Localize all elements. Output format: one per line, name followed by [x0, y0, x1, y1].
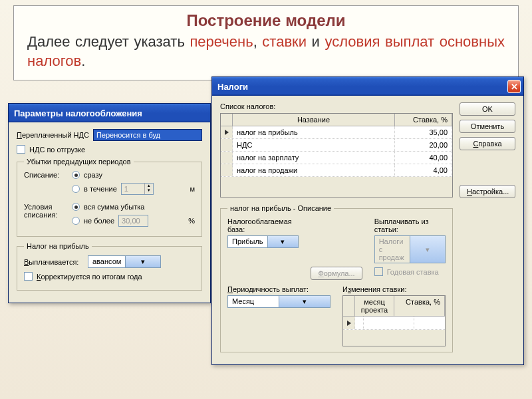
ok-button[interactable]: OK: [460, 102, 515, 116]
titlebar-text: Налоги: [217, 82, 248, 92]
table-row[interactable]: налог на прибыль 35,00: [221, 126, 452, 139]
label-writeoff: Списание:: [24, 171, 66, 199]
label-paystat: Выплачивать из статьи:: [374, 217, 446, 233]
window-tax-params: Параметры налогообложения Переплаченный …: [8, 103, 211, 303]
legend-losses: Убытки предыдущих периодов: [24, 158, 134, 166]
grid-rate-changes[interactable]: месяц проекта Ставка, %: [342, 295, 446, 346]
spin-duration[interactable]: ▲▼: [121, 183, 154, 195]
row-marker-icon: [347, 321, 351, 326]
grid-col-name: Название: [233, 114, 395, 126]
titlebar-tax-params[interactable]: Параметры налогообложения: [9, 104, 210, 122]
formula-button: Формула...: [311, 267, 362, 280]
grid-col-rate: Ставка, %: [395, 114, 452, 126]
chevron-down-icon[interactable]: ▾: [125, 256, 160, 267]
cancel-button[interactable]: Отменить: [460, 120, 515, 133]
combo-paystat: Налоги с продаж ▾: [374, 235, 446, 263]
label-annual-rate: Годовая ставка: [387, 268, 439, 276]
input-no-more[interactable]: [118, 215, 148, 227]
fieldset-description: налог на прибыль - Описание Налогооблага…: [220, 204, 453, 352]
label-over-time: в течение: [84, 185, 117, 193]
combo-base[interactable]: Прибыль ▾: [227, 235, 299, 248]
label-immediately: сразу: [84, 171, 102, 179]
unit-months: м: [190, 185, 195, 193]
table-row[interactable]: [343, 317, 445, 330]
label-full-amount: вся сумма убытка: [84, 203, 144, 211]
label-conditions: Условия списания:: [24, 203, 66, 231]
grid2-col-month: месяц проекта: [355, 296, 394, 316]
chevron-down-icon: ▾: [410, 236, 445, 263]
checkbox-annual-rate: [374, 267, 383, 276]
overpaid-vat-input[interactable]: [93, 129, 202, 141]
window-taxes: Налоги ✕ Список налогов: Название Ставка…: [211, 76, 524, 365]
header-title: Построение модели: [27, 11, 505, 30]
label-tax-list: Список налогов:: [220, 102, 453, 110]
label-overpaid-vat: Переплаченный НДС: [17, 131, 89, 139]
setup-button[interactable]: Настройка...: [460, 185, 515, 198]
label-adjusted: Корректируется по итогам года: [37, 273, 142, 281]
close-icon[interactable]: ✕: [507, 80, 521, 93]
combo-advance[interactable]: авансом ▾: [88, 255, 161, 268]
table-row[interactable]: НДС 20,00: [221, 139, 452, 152]
row-marker-icon: [225, 130, 229, 135]
label-base: Налогооблагаемая база:: [227, 217, 299, 233]
legend-description: налог на прибыль - Описание: [227, 204, 334, 212]
grid2-col-rate: Ставка, %: [394, 296, 445, 316]
label-no-more: не более: [84, 217, 114, 225]
titlebar-text: Параметры налогообложения: [14, 108, 142, 118]
chevron-down-icon[interactable]: ▾: [267, 236, 299, 247]
table-row[interactable]: налог на продажи 4,00: [221, 164, 452, 177]
radio-over-time[interactable]: [72, 185, 80, 193]
table-row[interactable]: налог на зарплату 40,00: [221, 152, 452, 164]
label-vat-ship: НДС по отгрузке: [29, 146, 85, 154]
fieldset-profit-tax: Налог на прибыль Выплачивается: авансом …: [17, 242, 202, 291]
header-box: Построение модели Далее следует указать …: [13, 5, 519, 80]
chevron-down-icon[interactable]: ▾: [279, 296, 330, 307]
titlebar-taxes[interactable]: Налоги ✕: [212, 77, 523, 96]
unit-pct: %: [188, 217, 195, 225]
radio-immediately[interactable]: [72, 171, 80, 179]
label-paid: Выплачивается:: [24, 258, 84, 266]
legend-profit-tax: Налог на прибыль: [24, 242, 92, 250]
radio-full-amount[interactable]: [72, 203, 80, 211]
radio-no-more[interactable]: [72, 217, 80, 225]
label-rate-changes: Изменения ставки:: [342, 285, 446, 293]
header-text: Далее следует указать перечень, ставки и…: [27, 33, 505, 70]
combo-periodicity[interactable]: Месяц ▾: [227, 295, 331, 308]
checkbox-adjusted[interactable]: [24, 272, 33, 281]
fieldset-losses: Убытки предыдущих периодов Списание: сра…: [17, 158, 202, 237]
grid-taxes[interactable]: Название Ставка, % налог на прибыль 35,0…: [220, 113, 453, 198]
label-periodicity: Периодичность выплат:: [227, 285, 331, 293]
help-button[interactable]: Справка: [460, 137, 515, 150]
checkbox-vat-ship[interactable]: [17, 145, 25, 154]
